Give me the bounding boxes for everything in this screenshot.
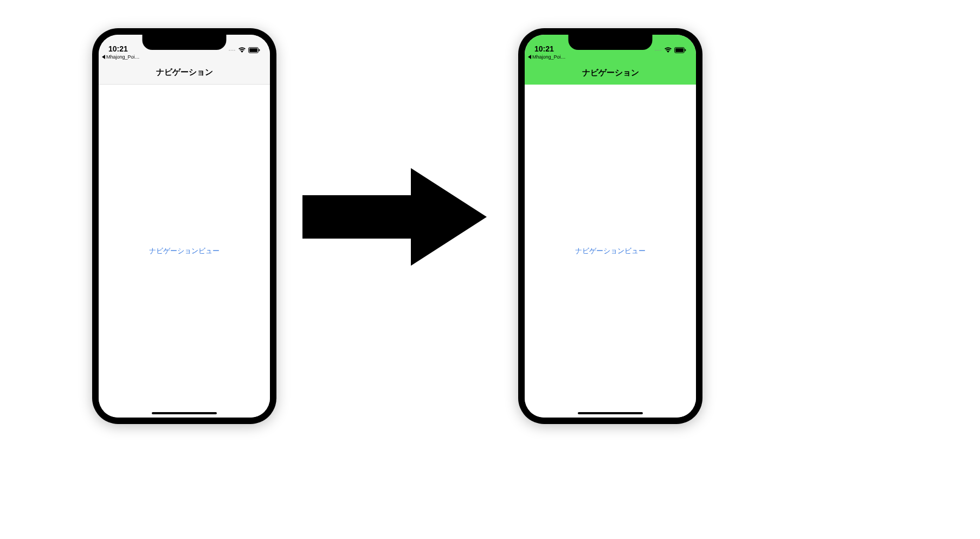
svg-rect-1 — [249, 48, 257, 52]
breadcrumb[interactable]: Mhajong_Poi… — [525, 54, 696, 61]
transition-arrow-icon — [297, 163, 492, 271]
svg-rect-6 — [685, 49, 686, 51]
status-icons: ···· — [655, 47, 686, 53]
navigation-title: ナビゲーション — [582, 68, 639, 78]
notch — [569, 35, 653, 50]
back-caret-icon — [528, 55, 531, 59]
signal-dots-icon: ···· — [655, 48, 662, 53]
signal-dots-icon: ···· — [229, 48, 236, 53]
phone-mockup-right: 10:21 ···· Mhajong_Poi… ナビゲーション ナビゲーションビ — [518, 28, 702, 424]
content-area: ナビゲーションビュー — [525, 85, 696, 418]
status-time: 10:21 — [534, 44, 554, 53]
navigation-view-link[interactable]: ナビゲーションビュー — [149, 246, 220, 256]
back-caret-icon — [102, 55, 105, 59]
home-indicator[interactable] — [152, 412, 217, 414]
navigation-view-link[interactable]: ナビゲーションビュー — [575, 246, 646, 256]
status-time: 10:21 — [108, 44, 128, 53]
notch — [143, 35, 227, 50]
wifi-icon — [238, 47, 246, 53]
svg-rect-5 — [675, 48, 684, 52]
breadcrumb-label: Mhajong_Poi… — [532, 54, 566, 60]
phone-mockup-left: 10:21 ···· Mhajong_Poi… ナビゲーション ナビゲーションビ — [92, 28, 276, 424]
navigation-title: ナビゲーション — [156, 67, 213, 78]
home-indicator[interactable] — [578, 412, 643, 414]
breadcrumb[interactable]: Mhajong_Poi… — [99, 54, 270, 61]
svg-marker-3 — [302, 168, 487, 266]
wifi-icon — [664, 47, 672, 53]
battery-icon — [248, 47, 260, 53]
battery-icon — [674, 47, 686, 53]
breadcrumb-label: Mhajong_Poi… — [106, 54, 140, 60]
svg-rect-2 — [259, 49, 260, 51]
content-area: ナビゲーションビュー — [99, 85, 270, 418]
navigation-bar: ナビゲーション — [525, 61, 696, 85]
screen-left: 10:21 ···· Mhajong_Poi… ナビゲーション ナビゲーションビ — [99, 35, 270, 418]
navigation-bar: ナビゲーション — [99, 61, 270, 85]
status-icons: ···· — [229, 47, 260, 53]
screen-right: 10:21 ···· Mhajong_Poi… ナビゲーション ナビゲーションビ — [525, 35, 696, 418]
